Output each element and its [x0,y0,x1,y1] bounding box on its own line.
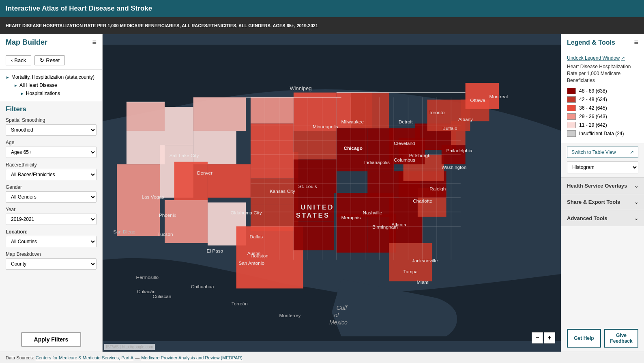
filter-select-spatial-smoothing[interactable]: Not SmoothedSmoothed [6,124,97,136]
advanced-tools-header[interactable]: Advanced Tools ⌄ [561,210,644,226]
svg-text:Indianapolis: Indianapolis [364,160,390,165]
svg-text:San Diego: San Diego [113,229,135,234]
filter-select-race[interactable]: All Races/EthnicitiesWhiteBlackHispanicA… [6,169,97,180]
legend-color-swatch [567,130,576,137]
back-button[interactable]: ‹ Back [6,55,31,65]
advanced-tools-label: Advanced Tools [567,215,607,221]
svg-text:Birmingham: Birmingham [372,224,398,229]
health-service-section: Health Service Overlays ⌄ [561,177,644,194]
footer-link2[interactable]: Medicare Provider Analysis and Review (M… [141,355,243,360]
svg-text:Tampa: Tampa [404,269,418,274]
svg-text:Minneapolis: Minneapolis [313,124,338,129]
svg-text:UNITED: UNITED [301,203,334,211]
svg-text:Albany: Albany [458,117,473,122]
svg-text:of: of [334,312,340,318]
subtitle-text: HEART DISEASE HOSPITALIZATION RATE PER 1… [6,23,318,28]
map-breakdown-group: Map Breakdown County State [6,251,97,270]
filter-label-year: Year [6,207,97,212]
filters-section: Filters Spatial SmoothingNot SmoothedSmo… [0,101,102,327]
share-export-label: Share & Export Tools [567,199,620,205]
filter-group-age: AgeAll AgesAges 65+Ages 35-64 [6,140,97,158]
back-arrow-icon: ‹ [11,57,13,63]
svg-text:Gulf: Gulf [337,305,348,311]
svg-text:Culiacán: Culiacán [137,289,156,294]
app-title: Interactive Atlas of Heart Disease and S… [6,4,152,13]
tree-arrow-icon: ► [6,75,10,80]
svg-text:Washington: Washington [442,164,467,170]
sidebar-menu-icon[interactable]: ≡ [92,38,97,47]
tree-root-item[interactable]: ► Mortality, Hospitalization (state,coun… [6,73,97,81]
apply-filters-button[interactable]: Apply Filters [21,332,82,347]
legend-color-swatch [567,96,576,103]
zoom-controls: − + [532,332,555,344]
legend-menu-icon[interactable]: ≡ [634,38,638,47]
svg-rect-6 [193,97,246,131]
location-group: Location: All Counties Select State Sele… [6,229,97,247]
filter-group-gender: GenderAll GendersMaleFemale [6,184,97,203]
tree-arrow-icon-2: ► [14,83,18,88]
svg-text:Columbus: Columbus [394,157,415,162]
location-select[interactable]: All Counties Select State Select County [6,236,97,247]
map-breakdown-label: Map Breakdown [6,251,97,257]
legend-color-swatch [567,88,576,94]
tree-level2-item[interactable]: ► Hospitalizations [6,89,97,97]
svg-text:Winnipeg: Winnipeg [290,85,311,91]
filter-select-year[interactable]: 2019-20212016-20182013-2015 [6,214,97,225]
switch-table-button[interactable]: Switch to Table View ↗ [567,147,638,158]
chevron-down-icon-3: ⌄ [634,216,638,221]
filter-group-spatial-smoothing: Spatial SmoothingNot SmoothedSmoothed [6,117,97,136]
histogram-select[interactable]: Histogram Bar Chart [567,161,638,173]
us-map[interactable]: Winnipeg Minneapolis Detroit Toronto Ott… [103,34,561,352]
svg-text:St. Louis: St. Louis [298,184,317,189]
svg-rect-1 [127,102,165,131]
share-export-section: Share & Export Tools ⌄ [561,194,644,210]
svg-text:Kansas City: Kansas City [270,188,295,194]
svg-rect-17 [236,226,303,288]
map-area[interactable]: Winnipeg Minneapolis Detroit Toronto Ott… [103,34,561,352]
filter-label-gender: Gender [6,184,97,190]
external-link-icon: ↗ [621,55,625,61]
svg-rect-5 [165,107,193,145]
tree-arrow-icon-3: ► [20,91,24,96]
filter-label-age: Age [6,140,97,145]
svg-rect-14 [251,152,298,179]
filter-group-year: Year2019-20212016-20182013-2015 [6,207,97,225]
legend-color-swatch [567,122,576,128]
legend-items: 48 - 89 (638)42 - 48 (634)36 - 42 (645)2… [567,88,638,137]
svg-text:Culiacán: Culiacán [153,294,172,299]
footer: Data Sources: Centers for Medicare & Med… [0,352,644,363]
filter-select-age[interactable]: All AgesAges 65+Ages 35-64 [6,147,97,158]
health-service-header[interactable]: Health Service Overlays ⌄ [561,178,644,194]
svg-text:Dallas: Dallas [250,234,263,239]
zoom-out-button[interactable]: − [532,332,543,344]
legend-title: Legend & Tools [567,39,615,46]
legend-body: Undock Legend Window ↗ Heart Disease Hos… [561,51,644,143]
filter-label-race: Race/Ethnicity [6,162,97,168]
svg-rect-32 [389,198,422,243]
footer-link1[interactable]: Centers for Medicare & Medicaid Services… [36,355,133,360]
svg-text:Buffalo: Buffalo [442,125,457,131]
reset-button[interactable]: ↻ Reset [34,55,65,65]
attribution-text: ISFWS | http://google.com [106,345,153,349]
legend-item: Insufficient Data (24) [567,130,638,137]
svg-text:Oklahoma City: Oklahoma City [230,210,262,215]
right-panel: Legend & Tools ≡ Undock Legend Window ↗ … [561,34,644,352]
legend-item-label: 29 - 36 (643) [579,114,607,119]
undock-legend-link[interactable]: Undock Legend Window ↗ [567,55,638,61]
legend-item-label: 11 - 29 (642) [579,122,607,128]
share-export-header[interactable]: Share & Export Tools ⌄ [561,194,644,210]
legend-subtitle: Heart Disease Hospitalization Rate per 1… [567,63,638,84]
filter-group-race: Race/EthnicityAll Races/EthnicitiesWhite… [6,162,97,180]
svg-rect-12 [251,97,294,124]
give-feedback-button[interactable]: Give Feedback [604,329,638,348]
filter-select-gender[interactable]: All GendersMaleFemale [6,191,97,203]
svg-rect-22 [294,222,334,251]
zoom-in-button[interactable]: + [544,332,555,344]
map-breakdown-select[interactable]: County State [6,258,97,270]
svg-text:Hermosillo: Hermosillo [136,274,159,280]
svg-text:El Paso: El Paso [207,248,223,253]
map-builder-title: Map Builder [6,38,47,47]
tree-level1-item[interactable]: ► All Heart Disease [6,81,97,89]
get-help-button[interactable]: Get Help [567,329,601,348]
svg-rect-19 [294,131,337,160]
